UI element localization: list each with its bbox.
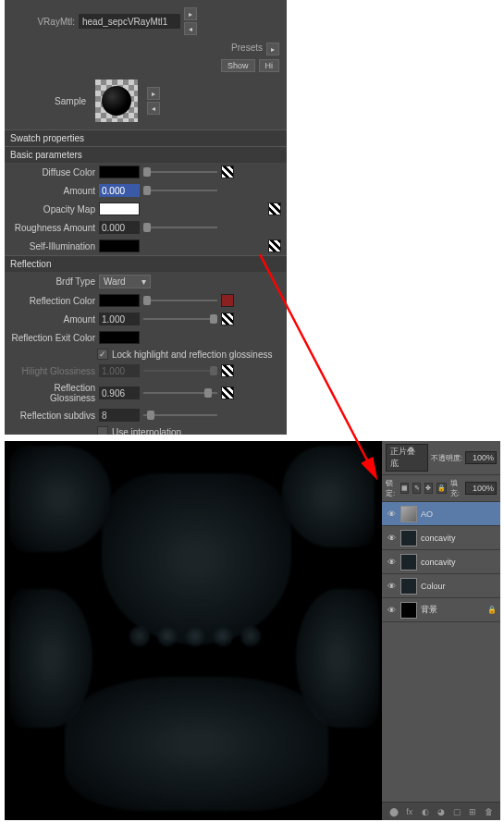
- refl-color-slider[interactable]: [143, 300, 217, 301]
- group-icon[interactable]: ▢: [451, 806, 462, 817]
- diffuse-texture-button[interactable]: [221, 166, 234, 178]
- roughness-label: Roughness Amount: [10, 223, 95, 233]
- opacity-map-row: Opacity Map: [5, 200, 287, 218]
- refl-amount-slider[interactable]: [143, 318, 217, 320]
- refl-amount-input[interactable]: [99, 313, 140, 325]
- delete-layer-icon[interactable]: 🗑: [483, 806, 494, 817]
- roughness-slider[interactable]: [143, 227, 217, 228]
- visibility-eye-icon[interactable]: 👁: [386, 605, 397, 616]
- layer-name-label[interactable]: AO: [421, 509, 433, 519]
- layer-thumbnail[interactable]: [400, 506, 417, 522]
- nav-back-button[interactable]: ◂: [184, 22, 197, 35]
- diffuse-color-label: Diffuse Color: [10, 167, 95, 178]
- new-layer-icon[interactable]: ⊞: [467, 806, 478, 817]
- visibility-eye-icon[interactable]: 👁: [386, 509, 397, 520]
- exit-color-swatch[interactable]: [99, 331, 140, 344]
- adjustment-layer-icon[interactable]: ◕: [436, 806, 447, 817]
- swatch-properties-header[interactable]: Swatch properties: [5, 129, 287, 146]
- basic-parameters-header[interactable]: Basic parameters: [5, 146, 287, 163]
- use-interpolation-label: Use interpolation: [112, 427, 181, 436]
- sample-swatch[interactable]: [95, 80, 138, 122]
- refl-amount-label: Amount: [10, 314, 95, 325]
- blend-mode-dropdown[interactable]: 正片叠底: [386, 444, 428, 472]
- brdf-type-row: Brdf Type Ward▾: [5, 272, 287, 291]
- layer-name-label[interactable]: concavity: [421, 558, 456, 567]
- lock-glossiness-checkbox[interactable]: ✓: [97, 349, 108, 360]
- hilight-label: Hilight Glossiness: [10, 366, 95, 376]
- layer-thumbnail[interactable]: [400, 578, 417, 595]
- layers-bottom-toolbar: ⬤ fx ◐ ◕ ▢ ⊞ 🗑: [382, 802, 500, 820]
- layers-panel: 正片叠底 不透明度: 锁定: ▦ ✎ ✥ 🔒 填充: 👁 AO 👁 concav…: [382, 441, 500, 820]
- diffuse-amount-row: Amount: [5, 181, 287, 200]
- opacity-label: Opacity Map: [10, 204, 95, 215]
- texture-canvas[interactable]: [5, 441, 382, 820]
- layer-list: 👁 AO 👁 concavity 👁 concavity 👁 Colour 👁 …: [382, 502, 500, 622]
- sample-prev-button[interactable]: ▸: [147, 87, 160, 100]
- material-name-input[interactable]: [79, 14, 180, 29]
- layer-name-label[interactable]: Colour: [421, 582, 446, 591]
- opacity-texture-button[interactable]: [268, 202, 281, 215]
- refl-exit-color-row: Reflection Exit Color: [5, 328, 287, 347]
- layer-style-icon[interactable]: fx: [404, 806, 415, 817]
- lock-position-icon[interactable]: ✥: [424, 483, 433, 494]
- hilight-texture-button[interactable]: [221, 364, 234, 377]
- show-hide-row: Show Hi: [5, 59, 287, 76]
- visibility-eye-icon[interactable]: 👁: [386, 533, 397, 544]
- brdf-label: Brdf Type: [10, 276, 95, 287]
- layer-row[interactable]: 👁 concavity: [382, 550, 500, 574]
- layer-thumbnail[interactable]: [400, 554, 417, 570]
- selfillum-texture-button[interactable]: [268, 239, 281, 252]
- selfillum-row: Self-Illumination: [5, 237, 287, 255]
- presets-label: Presets: [231, 43, 263, 55]
- exit-color-label: Reflection Exit Color: [10, 333, 95, 343]
- diffuse-amount-input[interactable]: [99, 184, 140, 197]
- brdf-dropdown[interactable]: Ward▾: [99, 275, 151, 288]
- fill-input[interactable]: [465, 482, 497, 495]
- lock-label: 锁定:: [386, 478, 397, 498]
- use-interpolation-checkbox[interactable]: [97, 426, 108, 435]
- sample-label: Sample: [23, 96, 86, 106]
- refl-amount-texture-button[interactable]: [221, 313, 234, 325]
- opacity-swatch[interactable]: [99, 202, 140, 215]
- lock-pixels-icon[interactable]: ✎: [412, 483, 421, 494]
- diffuse-slider[interactable]: [143, 171, 217, 173]
- layer-row[interactable]: 👁 背景 🔒: [382, 598, 500, 622]
- reflection-header[interactable]: Reflection: [5, 255, 287, 272]
- show-button[interactable]: Show: [221, 59, 255, 72]
- layer-thumbnail[interactable]: [400, 602, 417, 619]
- link-layers-icon[interactable]: ⬤: [388, 806, 400, 817]
- refl-gloss-slider[interactable]: [143, 392, 217, 394]
- visibility-eye-icon[interactable]: 👁: [386, 557, 397, 568]
- diffuse-color-swatch[interactable]: [99, 166, 140, 178]
- selfillum-swatch[interactable]: [99, 239, 140, 252]
- refl-gloss-input[interactable]: [99, 386, 140, 399]
- presets-button[interactable]: ▸: [266, 43, 279, 55]
- layer-row[interactable]: 👁 Colour: [382, 574, 500, 598]
- subdivs-slider[interactable]: [143, 414, 217, 416]
- refl-color-swatch[interactable]: [99, 294, 140, 307]
- layer-name-label[interactable]: concavity: [421, 534, 456, 543]
- refl-color-texture-button[interactable]: [221, 294, 234, 307]
- selfillum-label: Self-Illumination: [10, 241, 95, 252]
- nav-forward-button[interactable]: ▸: [184, 7, 197, 20]
- layer-mask-icon[interactable]: ◐: [420, 806, 431, 817]
- roughness-input[interactable]: [99, 221, 140, 234]
- hide-button[interactable]: Hi: [259, 59, 280, 72]
- sample-next-button[interactable]: ◂: [147, 102, 160, 115]
- subdivs-input[interactable]: [99, 409, 140, 422]
- layer-row[interactable]: 👁 concavity: [382, 526, 500, 550]
- refl-glossiness-row: Reflection Glossiness: [5, 380, 287, 406]
- subdivs-label: Reflection subdivs: [10, 411, 95, 421]
- amount-slider[interactable]: [143, 190, 217, 191]
- presets-row: Presets ▸: [5, 43, 287, 59]
- lock-all-icon[interactable]: 🔒: [436, 483, 447, 494]
- visibility-eye-icon[interactable]: 👁: [386, 581, 397, 592]
- lock-transparent-icon[interactable]: ▦: [400, 483, 409, 494]
- lock-row: 锁定: ▦ ✎ ✥ 🔒 填充:: [382, 475, 500, 502]
- layer-row[interactable]: 👁 AO: [382, 502, 500, 526]
- layer-name-label[interactable]: 背景: [421, 604, 437, 616]
- vraymtl-label: VRayMtl:: [12, 17, 75, 27]
- refl-gloss-texture-button[interactable]: [221, 386, 234, 399]
- opacity-input[interactable]: [465, 451, 497, 464]
- layer-thumbnail[interactable]: [400, 530, 417, 546]
